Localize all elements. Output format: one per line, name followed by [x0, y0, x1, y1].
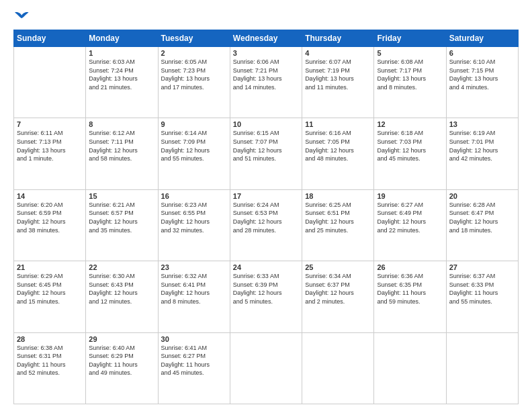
day-number: 13 — [449, 120, 515, 128]
day-number: 29 — [89, 335, 154, 343]
day-info: Sunrise: 6:15 AM Sunset: 7:07 PM Dayligh… — [233, 129, 299, 163]
page: Sunday Monday Tuesday Wednesday Thursday… — [0, 0, 532, 411]
day-number: 6 — [449, 49, 515, 57]
calendar-week-row: 28Sunrise: 6:38 AM Sunset: 6:31 PM Dayli… — [14, 332, 519, 404]
day-info: Sunrise: 6:05 AM Sunset: 7:23 PM Dayligh… — [161, 58, 227, 91]
day-number: 22 — [89, 263, 154, 271]
day-number: 5 — [377, 49, 443, 57]
table-row: 1Sunrise: 6:03 AM Sunset: 7:24 PM Daylig… — [86, 47, 158, 118]
day-info: Sunrise: 6:20 AM Sunset: 6:59 PM Dayligh… — [17, 201, 83, 234]
day-number: 10 — [233, 120, 299, 128]
day-info: Sunrise: 6:41 AM Sunset: 6:27 PM Dayligh… — [161, 344, 227, 377]
table-row: 6Sunrise: 6:10 AM Sunset: 7:15 PM Daylig… — [446, 47, 518, 118]
day-info: Sunrise: 6:29 AM Sunset: 6:45 PM Dayligh… — [17, 272, 83, 306]
table-row: 10Sunrise: 6:15 AM Sunset: 7:07 PM Dayli… — [230, 118, 302, 189]
day-number: 15 — [89, 192, 154, 200]
day-info: Sunrise: 6:03 AM Sunset: 7:24 PM Dayligh… — [89, 58, 154, 91]
table-row: 11Sunrise: 6:16 AM Sunset: 7:05 PM Dayli… — [302, 118, 374, 189]
table-row: 17Sunrise: 6:24 AM Sunset: 6:53 PM Dayli… — [230, 189, 302, 261]
table-row: 30Sunrise: 6:41 AM Sunset: 6:27 PM Dayli… — [158, 332, 230, 404]
day-info: Sunrise: 6:38 AM Sunset: 6:31 PM Dayligh… — [17, 344, 83, 377]
day-number: 21 — [17, 263, 83, 271]
day-number: 11 — [305, 120, 371, 128]
table-row — [14, 47, 86, 118]
table-row: 18Sunrise: 6:25 AM Sunset: 6:51 PM Dayli… — [302, 189, 374, 261]
calendar-header-row: Sunday Monday Tuesday Wednesday Thursday… — [14, 30, 519, 47]
day-number: 19 — [377, 192, 443, 200]
day-number: 1 — [89, 49, 154, 57]
day-info: Sunrise: 6:21 AM Sunset: 6:57 PM Dayligh… — [89, 201, 154, 234]
day-number: 9 — [161, 120, 227, 128]
day-info: Sunrise: 6:18 AM Sunset: 7:03 PM Dayligh… — [377, 129, 443, 163]
table-row — [446, 332, 518, 404]
day-number: 26 — [377, 263, 443, 271]
day-number: 4 — [305, 49, 371, 57]
table-row: 23Sunrise: 6:32 AM Sunset: 6:41 PM Dayli… — [158, 261, 230, 332]
table-row: 26Sunrise: 6:36 AM Sunset: 6:35 PM Dayli… — [374, 261, 446, 332]
col-sunday: Sunday — [14, 30, 86, 47]
table-row: 9Sunrise: 6:14 AM Sunset: 7:09 PM Daylig… — [158, 118, 230, 189]
day-info: Sunrise: 6:12 AM Sunset: 7:11 PM Dayligh… — [89, 129, 154, 163]
day-info: Sunrise: 6:16 AM Sunset: 7:05 PM Dayligh… — [305, 129, 371, 163]
day-info: Sunrise: 6:34 AM Sunset: 6:37 PM Dayligh… — [305, 272, 371, 306]
day-info: Sunrise: 6:24 AM Sunset: 6:53 PM Dayligh… — [233, 201, 299, 234]
table-row: 24Sunrise: 6:33 AM Sunset: 6:39 PM Dayli… — [230, 261, 302, 332]
day-number: 8 — [89, 120, 154, 128]
col-wednesday: Wednesday — [230, 30, 302, 47]
table-row: 16Sunrise: 6:23 AM Sunset: 6:55 PM Dayli… — [158, 189, 230, 261]
day-number: 28 — [17, 335, 83, 343]
calendar-week-row: 21Sunrise: 6:29 AM Sunset: 6:45 PM Dayli… — [14, 261, 519, 332]
table-row: 5Sunrise: 6:08 AM Sunset: 7:17 PM Daylig… — [374, 47, 446, 118]
table-row: 28Sunrise: 6:38 AM Sunset: 6:31 PM Dayli… — [14, 332, 86, 404]
table-row — [374, 332, 446, 404]
day-info: Sunrise: 6:11 AM Sunset: 7:13 PM Dayligh… — [17, 129, 83, 163]
day-number: 30 — [161, 335, 227, 343]
logo-text — [13, 11, 30, 23]
calendar-week-row: 1Sunrise: 6:03 AM Sunset: 7:24 PM Daylig… — [14, 47, 519, 118]
table-row: 22Sunrise: 6:30 AM Sunset: 6:43 PM Dayli… — [86, 261, 158, 332]
table-row: 13Sunrise: 6:19 AM Sunset: 7:01 PM Dayli… — [446, 118, 518, 189]
table-row: 25Sunrise: 6:34 AM Sunset: 6:37 PM Dayli… — [302, 261, 374, 332]
table-row: 19Sunrise: 6:27 AM Sunset: 6:49 PM Dayli… — [374, 189, 446, 261]
table-row: 3Sunrise: 6:06 AM Sunset: 7:21 PM Daylig… — [230, 47, 302, 118]
day-number: 23 — [161, 263, 227, 271]
day-number: 16 — [161, 192, 227, 200]
day-number: 12 — [377, 120, 443, 128]
calendar-week-row: 7Sunrise: 6:11 AM Sunset: 7:13 PM Daylig… — [14, 118, 519, 189]
col-monday: Monday — [86, 30, 158, 47]
day-number: 14 — [17, 192, 83, 200]
table-row: 7Sunrise: 6:11 AM Sunset: 7:13 PM Daylig… — [14, 118, 86, 189]
col-thursday: Thursday — [302, 30, 374, 47]
day-number: 27 — [449, 263, 515, 271]
day-info: Sunrise: 6:33 AM Sunset: 6:39 PM Dayligh… — [233, 272, 299, 306]
calendar-table: Sunday Monday Tuesday Wednesday Thursday… — [13, 30, 519, 404]
table-row: 12Sunrise: 6:18 AM Sunset: 7:03 PM Dayli… — [374, 118, 446, 189]
day-info: Sunrise: 6:40 AM Sunset: 6:29 PM Dayligh… — [89, 344, 154, 377]
day-number: 18 — [305, 192, 371, 200]
day-info: Sunrise: 6:06 AM Sunset: 7:21 PM Dayligh… — [233, 58, 299, 91]
day-info: Sunrise: 6:36 AM Sunset: 6:35 PM Dayligh… — [377, 272, 443, 306]
day-info: Sunrise: 6:14 AM Sunset: 7:09 PM Dayligh… — [161, 129, 227, 163]
table-row: 4Sunrise: 6:07 AM Sunset: 7:19 PM Daylig… — [302, 47, 374, 118]
header — [13, 11, 519, 23]
day-info: Sunrise: 6:10 AM Sunset: 7:15 PM Dayligh… — [449, 58, 515, 91]
col-tuesday: Tuesday — [158, 30, 230, 47]
calendar-week-row: 14Sunrise: 6:20 AM Sunset: 6:59 PM Dayli… — [14, 189, 519, 261]
table-row: 20Sunrise: 6:28 AM Sunset: 6:47 PM Dayli… — [446, 189, 518, 261]
table-row: 15Sunrise: 6:21 AM Sunset: 6:57 PM Dayli… — [86, 189, 158, 261]
day-info: Sunrise: 6:27 AM Sunset: 6:49 PM Dayligh… — [377, 201, 443, 234]
table-row: 14Sunrise: 6:20 AM Sunset: 6:59 PM Dayli… — [14, 189, 86, 261]
day-number: 3 — [233, 49, 299, 57]
table-row: 8Sunrise: 6:12 AM Sunset: 7:11 PM Daylig… — [86, 118, 158, 189]
day-info: Sunrise: 6:07 AM Sunset: 7:19 PM Dayligh… — [305, 58, 371, 91]
day-info: Sunrise: 6:08 AM Sunset: 7:17 PM Dayligh… — [377, 58, 443, 91]
day-number: 2 — [161, 49, 227, 57]
day-number: 20 — [449, 192, 515, 200]
logo — [13, 11, 30, 23]
day-number: 17 — [233, 192, 299, 200]
table-row — [302, 332, 374, 404]
table-row: 21Sunrise: 6:29 AM Sunset: 6:45 PM Dayli… — [14, 261, 86, 332]
day-number: 25 — [305, 263, 371, 271]
logo-bird-icon — [15, 11, 30, 23]
day-info: Sunrise: 6:28 AM Sunset: 6:47 PM Dayligh… — [449, 201, 515, 234]
